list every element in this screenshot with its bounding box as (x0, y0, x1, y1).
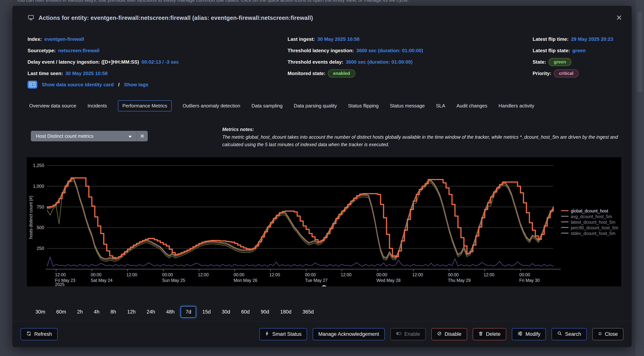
info-row-sourcetype: Sourcetype: netscreen:firewall (28, 45, 179, 56)
threshold-latency-value: 3600 sec (duration: 01:00:00) (356, 48, 423, 54)
tab-overview-data-source[interactable]: Overview data source (29, 101, 76, 111)
tab-handlers-activity[interactable]: Handlers activity (498, 101, 535, 111)
footer-left-group: Refresh (20, 328, 58, 340)
tab-performance-metrics[interactable]: Performance Metrics (118, 100, 172, 111)
tab-outliers-anomaly-detection[interactable]: Outliers anomaly detection (182, 101, 240, 111)
time-range-15d[interactable]: 15d (197, 306, 216, 318)
disable-button[interactable]: Disable (431, 328, 467, 340)
time-range-8h[interactable]: 8h (106, 306, 121, 318)
tab-incidents[interactable]: Incidents (87, 101, 107, 111)
x-tick-day: Sun May 25 (162, 278, 185, 283)
time-range-7d[interactable]: 7d (180, 306, 196, 318)
tab-audit-changes[interactable]: Audit changes (456, 101, 488, 111)
info-column-middle: Last ingest: 30 May 2025 10:58 Threshold… (288, 34, 423, 79)
legend-marker (561, 233, 568, 234)
x-tick-time: 00:00 (448, 272, 459, 277)
index-label: Index: (28, 36, 42, 42)
monitor-icon (27, 14, 34, 22)
chart-expand-grip[interactable] (321, 285, 327, 286)
info-row-state: State: green (532, 56, 613, 68)
time-range-48h[interactable]: 48h (161, 306, 180, 318)
time-range-90d[interactable]: 90d (256, 306, 274, 318)
time-range-12h[interactable]: 12h (122, 306, 140, 318)
metric-picker-select[interactable]: Host Distinct count metrics (31, 131, 137, 141)
last-ingest-label: Last ingest: (288, 36, 315, 42)
chart-panel: 2505007501,0001,250hosts distinct count … (27, 157, 621, 286)
y-tick-label: 1,250 (33, 163, 44, 168)
modal-header: Actions for entity: eventgen-firewall:ne… (27, 14, 313, 22)
priority-badge: critical (554, 70, 579, 77)
sourcetype-label: Sourcetype: (28, 48, 56, 54)
time-range-4h[interactable]: 4h (89, 306, 104, 318)
x-tick-day: Tue May 27 (305, 278, 328, 283)
x-tick-time: 12:00 (484, 272, 494, 277)
x-tick-time: 00:00 (376, 272, 387, 277)
modify-button[interactable]: Modify (512, 328, 546, 340)
slashed-circle-icon (437, 331, 442, 337)
show-identity-card-link[interactable]: Show data source identity card (42, 82, 114, 88)
disable-label: Disable (444, 331, 462, 337)
trackme-entity-page: { "backdrop_text": "You can filter entit… (0, 0, 644, 356)
sourcetype-value-link[interactable]: netscreen:firewall (58, 48, 100, 54)
time-range-60d[interactable]: 60d (236, 306, 255, 318)
info-row-threshold-delay: Threshold events delay: 3600 sec (durati… (288, 56, 423, 68)
metrics-chart[interactable]: 2505007501,0001,250hosts distinct count … (27, 157, 621, 286)
tab-sla[interactable]: SLA (436, 101, 446, 111)
legend-item-stdev_dcount_host_5m[interactable]: stdev_dcount_host_5m (561, 231, 615, 236)
y-tick-label: 750 (37, 204, 44, 210)
footer-bar: Refresh Smart Status Manage Acknowledgem… (12, 321, 632, 347)
flip-time-label: Latest flip time: (532, 36, 568, 42)
legend-item-latest_dcount_host_5m[interactable]: latest_dcount_host_5m (561, 220, 615, 224)
x-tick-day: Mon May 26 (234, 278, 258, 283)
tab-status-message[interactable]: Status message (390, 101, 425, 111)
close-icon[interactable] (615, 14, 623, 22)
page-scrollbar-thumb[interactable] (637, 12, 642, 92)
info-row-flip-time: Latest flip time: 29 May 2025 20:23 (532, 34, 613, 45)
time-range-180d[interactable]: 180d (275, 306, 296, 318)
link-separator: / (118, 82, 120, 88)
time-range-bar: 30m60m2h4h8h12h24h48h7d15d30d60d90d180d3… (30, 306, 319, 318)
tab-data-sampling[interactable]: Data sampling (251, 101, 283, 111)
monitored-state-label: Monitored state: (288, 70, 325, 76)
time-range-30d[interactable]: 30d (217, 306, 235, 318)
info-row-last-ingest: Last ingest: 30 May 2025 10:58 (288, 34, 423, 45)
info-row-delay: Delay event / latency ingestion: ([D+]HH… (28, 56, 179, 68)
delete-button[interactable]: Delete (473, 328, 506, 340)
delete-label: Delete (486, 331, 500, 337)
tab-status-flipping[interactable]: Status flipping (348, 101, 379, 111)
flip-state-value: green (572, 48, 586, 54)
x-tick-time: 12:00 (126, 272, 137, 277)
page-scrollbar[interactable] (636, 0, 644, 356)
search-button[interactable]: Search (552, 328, 587, 340)
time-range-30m[interactable]: 30m (30, 306, 50, 318)
index-value-link[interactable]: eventgen-firewall (44, 36, 84, 42)
time-range-365d[interactable]: 365d (298, 306, 319, 318)
toggle-on-icon (396, 331, 402, 337)
tab-bar: Overview data source Incidents Performan… (29, 100, 535, 111)
smart-status-button[interactable]: Smart Status (259, 328, 307, 340)
close-label: Close (605, 331, 618, 337)
x-tick-year: 2025 (55, 282, 64, 286)
time-range-2h[interactable]: 2h (72, 306, 88, 318)
close-button[interactable]: Close (592, 328, 624, 340)
time-range-60m[interactable]: 60m (51, 306, 71, 318)
flip-time-value: 29 May 2025 20:23 (571, 36, 613, 42)
manage-acknowledgement-button[interactable]: Manage Acknowledgement (313, 328, 384, 340)
enable-button[interactable]: Enable (390, 328, 426, 340)
legend-item-perc95_dcount_host_5m[interactable]: perc95_dcount_host_5m (561, 225, 618, 230)
metrics-notes-body: The metric global_host_dcount takes into… (222, 133, 624, 148)
metrics-notes-title: Metrics notes: (222, 126, 624, 133)
clear-x-icon[interactable]: ✕ (137, 131, 148, 141)
refresh-button[interactable]: Refresh (20, 328, 58, 340)
footer-right-group: Smart Status Manage Acknowledgement Enab… (259, 328, 624, 340)
show-tags-link[interactable]: Show tags (124, 82, 148, 88)
time-range-24h[interactable]: 24h (142, 306, 160, 318)
legend-item-global_dcount_host[interactable]: global_dcount_host (561, 208, 608, 214)
tab-data-parsing-quality[interactable]: Data parsing quality (293, 101, 337, 111)
legend-marker (561, 227, 568, 228)
threshold-delay-label: Threshold events delay: (288, 59, 343, 65)
legend-marker (561, 210, 568, 211)
legend-item-avg_dcount_host_5m[interactable]: avg_dcount_host_5m (561, 214, 612, 219)
x-tick-time: 12:00 (270, 272, 280, 277)
id-card-icon[interactable] (28, 81, 37, 88)
